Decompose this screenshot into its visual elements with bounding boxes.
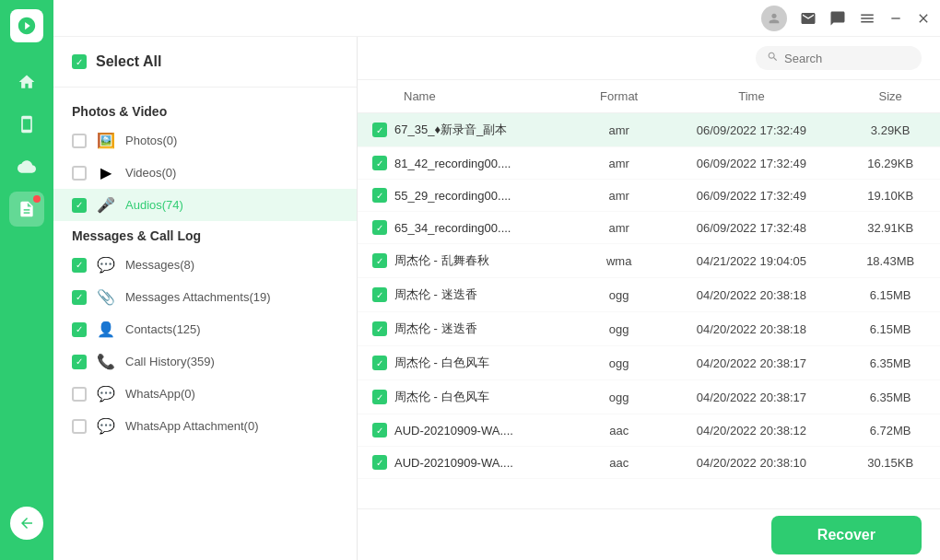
tree-item-callhistory[interactable]: ✓ 📞 Call History(359): [53, 345, 357, 378]
row-time-cell: 04/20/2022 20:38:12: [663, 414, 841, 447]
back-button[interactable]: [10, 507, 43, 540]
user-avatar[interactable]: [761, 6, 787, 31]
row-name-cell: ✓ AUD-20210909-WA....: [358, 414, 576, 447]
table-row[interactable]: ✓ 67_35_♦新录音_副本 amr 06/09/2022 17:32:49 …: [358, 113, 940, 147]
tree-panel: Photos & Video 🖼️ Photos(0) ▶ Videos(0) …: [53, 88, 357, 560]
table-row[interactable]: ✓ AUD-20210909-WA.... aac 04/20/2022 20:…: [358, 447, 940, 479]
row-size-cell: 32.91KB: [840, 212, 940, 244]
row-checkbox[interactable]: ✓: [372, 156, 387, 170]
sidebar: [0, 0, 53, 560]
row-checkbox[interactable]: ✓: [372, 356, 387, 370]
row-size-cell: 6.15MB: [840, 312, 940, 346]
msg-attachments-icon: 📎: [96, 288, 116, 306]
recover-button[interactable]: Recover: [771, 516, 922, 554]
videos-checkbox[interactable]: [72, 166, 87, 181]
minimize-button[interactable]: [888, 11, 903, 26]
row-time-cell: 04/20/2022 20:38:17: [663, 346, 841, 380]
whatsapp-attachment-icon: 💬: [96, 417, 116, 435]
row-checkbox[interactable]: ✓: [372, 390, 387, 404]
row-name-cell: ✓ 周杰伦 - 迷迭香: [358, 312, 576, 346]
table-row[interactable]: ✓ 81_42_recording00.... amr 06/09/2022 1…: [358, 147, 940, 180]
tree-item-photos[interactable]: 🖼️ Photos(0): [53, 124, 357, 157]
tree-item-contacts[interactable]: ✓ 👤 Contacts(125): [53, 313, 357, 345]
photos-icon: 🖼️: [96, 132, 116, 149]
audios-icon: 🎤: [96, 196, 116, 214]
file-name: 67_35_♦新录音_副本: [394, 122, 507, 138]
row-name-cell: ✓ 81_42_recording00....: [358, 147, 576, 180]
row-format-cell: amr: [576, 113, 663, 147]
tree-item-whatsapp-attachment[interactable]: 💬 WhatsApp Attachment(0): [53, 410, 357, 442]
file-nav-icon[interactable]: [9, 192, 44, 227]
row-name-cell: ✓ 周杰伦 - 白色风车: [358, 346, 576, 380]
table-row[interactable]: ✓ 周杰伦 - 迷迭香 ogg 04/20/2022 20:38:18 6.15…: [358, 278, 940, 312]
row-name-cell: ✓ 65_34_recording00....: [358, 212, 576, 244]
file-name: 周杰伦 - 白色风车: [394, 389, 489, 405]
file-name: AUD-20210909-WA....: [394, 456, 513, 470]
row-checkbox[interactable]: ✓: [372, 188, 387, 203]
photos-checkbox[interactable]: [72, 134, 87, 148]
row-checkbox[interactable]: ✓: [372, 455, 387, 470]
table-row[interactable]: ✓ 55_29_recording00.... amr 06/09/2022 1…: [358, 180, 940, 212]
menu-icon[interactable]: [859, 10, 875, 27]
whatsapp-checkbox[interactable]: [72, 387, 87, 402]
msg-attachments-checkbox[interactable]: ✓: [72, 290, 87, 305]
notification-badge: [33, 195, 41, 203]
tree-item-messages[interactable]: ✓ 💬 Messages(8): [53, 249, 357, 281]
contacts-checkbox[interactable]: ✓: [72, 322, 87, 337]
cloud-nav-icon[interactable]: [9, 149, 44, 184]
table-header-row: Name Format Time Size: [358, 80, 940, 113]
file-name: AUD-20210909-WA....: [394, 424, 513, 438]
search-bar: [358, 37, 940, 80]
table-row[interactable]: ✓ 周杰伦 - 白色风车 ogg 04/20/2022 20:38:17 6.3…: [358, 380, 940, 414]
row-time-cell: 06/09/2022 17:32:49: [663, 180, 841, 212]
row-format-cell: aac: [576, 447, 663, 479]
callhistory-checkbox[interactable]: ✓: [72, 355, 87, 369]
tree-item-videos[interactable]: ▶ Videos(0): [53, 157, 357, 189]
titlebar-icons: [761, 6, 931, 31]
row-format-cell: aac: [576, 414, 663, 447]
videos-icon: ▶: [96, 164, 116, 181]
row-name-cell: ✓ 55_29_recording00....: [358, 180, 576, 212]
left-panel: ✓ Select All Photos & Video 🖼️ Photos(0)…: [53, 37, 358, 560]
search-input[interactable]: [784, 52, 911, 65]
row-time-cell: 04/20/2022 20:38:18: [663, 278, 841, 312]
photos-label: Photos(0): [125, 134, 338, 147]
messages-checkbox[interactable]: ✓: [72, 258, 87, 273]
file-name: 65_34_recording00....: [394, 221, 511, 235]
table-row[interactable]: ✓ 周杰伦 - 白色风车 ogg 04/20/2022 20:38:17 6.3…: [358, 346, 940, 380]
select-all-checkbox[interactable]: ✓: [72, 54, 87, 69]
file-name: 周杰伦 - 迷迭香: [394, 286, 477, 303]
mail-icon[interactable]: [800, 10, 817, 27]
select-all-bar[interactable]: ✓ Select All: [53, 37, 357, 88]
row-checkbox[interactable]: ✓: [372, 220, 387, 235]
row-checkbox[interactable]: ✓: [372, 253, 387, 268]
col-format: Format: [576, 80, 663, 113]
row-format-cell: ogg: [576, 278, 663, 312]
select-all-label[interactable]: Select All: [96, 53, 161, 70]
table-row[interactable]: ✓ AUD-20210909-WA.... aac 04/20/2022 20:…: [358, 414, 940, 447]
table-row[interactable]: ✓ 周杰伦 - 乱舞春秋 wma 04/21/2022 19:04:05 18.…: [358, 244, 940, 278]
tree-item-msg-attachments[interactable]: ✓ 📎 Messages Attachments(19): [53, 281, 357, 313]
whatsapp-attachment-checkbox[interactable]: [72, 419, 87, 434]
section-photos-video: Photos & Video: [53, 97, 357, 124]
table-row[interactable]: ✓ 65_34_recording00.... amr 06/09/2022 1…: [358, 212, 940, 244]
row-size-cell: 30.15KB: [840, 447, 940, 479]
tree-item-whatsapp[interactable]: 💬 WhatsApp(0): [53, 378, 357, 410]
row-format-cell: wma: [576, 244, 663, 278]
phone-nav-icon[interactable]: [9, 107, 44, 142]
close-button[interactable]: [916, 11, 931, 26]
search-input-wrap[interactable]: [756, 46, 922, 70]
row-checkbox[interactable]: ✓: [372, 423, 387, 438]
row-checkbox[interactable]: ✓: [372, 122, 387, 137]
home-nav-icon[interactable]: [9, 64, 44, 99]
table-row[interactable]: ✓ 周杰伦 - 迷迭香 ogg 04/20/2022 20:38:18 6.15…: [358, 312, 940, 346]
row-checkbox[interactable]: ✓: [372, 321, 387, 336]
whatsapp-attachment-label: WhatsApp Attachment(0): [125, 419, 338, 433]
row-size-cell: 19.10KB: [840, 180, 940, 212]
chat-icon[interactable]: [829, 10, 846, 27]
messages-icon: 💬: [96, 256, 116, 274]
tree-item-audios[interactable]: ✓ 🎤 Audios(74): [53, 189, 357, 221]
audios-checkbox[interactable]: ✓: [72, 198, 87, 213]
row-checkbox[interactable]: ✓: [372, 287, 387, 302]
file-table-body: ✓ 67_35_♦新录音_副本 amr 06/09/2022 17:32:49 …: [358, 113, 940, 479]
